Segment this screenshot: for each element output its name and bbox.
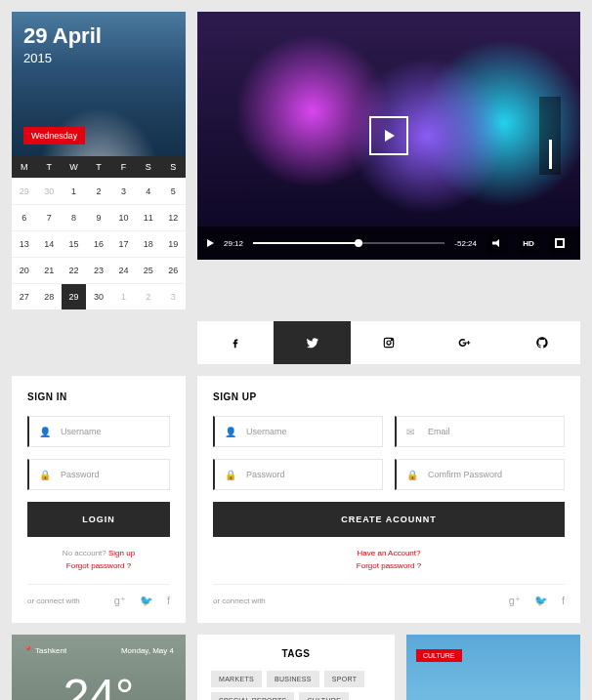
calendar-cell[interactable]: 12 xyxy=(161,204,186,230)
calendar-cell[interactable]: 8 xyxy=(62,204,86,230)
calendar-cell[interactable]: 1 xyxy=(111,283,136,309)
calendar-cell[interactable]: 28 xyxy=(36,283,61,309)
calendar-cell[interactable]: 26 xyxy=(161,257,186,283)
calendar-cell[interactable]: 19 xyxy=(161,230,186,257)
day-label: S xyxy=(161,156,186,178)
social-bar xyxy=(197,321,580,364)
email-field[interactable]: ✉Email xyxy=(395,416,565,447)
calendar-cell[interactable]: 22 xyxy=(62,257,86,283)
day-label: F xyxy=(111,156,136,178)
facebook-icon[interactable]: f xyxy=(167,595,170,607)
calendar-grid: 2930123456789101112131415161718192021222… xyxy=(12,178,186,309)
weather-widget: 📍 Tashkent Monday, May 4 24° xyxy=(12,635,186,700)
connect-label: or connect with xyxy=(213,597,266,605)
tag[interactable]: MARKETS xyxy=(211,671,262,687)
calendar-cell[interactable]: 4 xyxy=(136,178,160,204)
calendar-cell[interactable]: 27 xyxy=(12,283,36,309)
twitter-button[interactable] xyxy=(274,321,350,364)
day-label: W xyxy=(62,156,86,178)
calendar-cell[interactable]: 2 xyxy=(136,283,160,309)
calendar-cell[interactable]: 18 xyxy=(136,230,160,257)
calendar-cell[interactable]: 7 xyxy=(36,204,61,230)
calendar-cell[interactable]: 24 xyxy=(111,257,136,283)
facebook-icon[interactable]: f xyxy=(562,595,565,607)
username-field[interactable]: 👤Username xyxy=(27,416,170,447)
username-field[interactable]: 👤Username xyxy=(213,416,383,447)
calendar-cell[interactable]: 17 xyxy=(111,230,136,257)
twitter-icon[interactable]: 🐦 xyxy=(534,595,548,607)
tag[interactable]: SPORT xyxy=(324,671,365,687)
day-label: S xyxy=(136,156,160,178)
mute-button[interactable] xyxy=(486,232,508,254)
calendar-cell[interactable]: 3 xyxy=(111,178,136,204)
connect-label: or connect with xyxy=(27,597,80,605)
calendar-cell[interactable]: 30 xyxy=(36,178,61,204)
instagram-button[interactable] xyxy=(351,321,427,364)
tag[interactable]: CULTURE xyxy=(299,692,349,700)
login-button[interactable]: LOGIN xyxy=(27,502,170,537)
day-label: T xyxy=(36,156,61,178)
tags-list: MARKETSBUSINESSSPORTSPECIAL REPORTSCULTU… xyxy=(211,671,381,700)
googleplus-icon[interactable]: g⁺ xyxy=(509,595,521,607)
signup-card: SIGN UP 👤Username ✉Email 🔒Password 🔒Comf… xyxy=(197,376,580,623)
forgot-link[interactable]: Forgot password ? xyxy=(213,561,565,570)
calendar-cell[interactable]: 15 xyxy=(62,230,86,257)
confirm-password-field[interactable]: 🔒Comfirm Password xyxy=(395,459,565,490)
password-field[interactable]: 🔒Password xyxy=(27,459,170,490)
tag[interactable]: BUSINESS xyxy=(267,671,319,687)
calendar-cell[interactable]: 20 xyxy=(12,257,36,283)
calendar-cell[interactable]: 30 xyxy=(86,283,110,309)
calendar-date: 29 April xyxy=(23,23,174,49)
play-button[interactable] xyxy=(369,116,408,155)
calendar-cell[interactable]: 3 xyxy=(161,283,186,309)
calendar-day-labels: MTWTFSS xyxy=(12,156,186,178)
calendar-cell[interactable]: 21 xyxy=(36,257,61,283)
calendar-cell[interactable]: 1 xyxy=(62,178,86,204)
forgot-link[interactable]: Forgot password ? xyxy=(27,561,170,570)
calendar-cell[interactable]: 14 xyxy=(36,230,61,257)
calendar-cell[interactable]: 9 xyxy=(86,204,110,230)
calendar-cell[interactable]: 5 xyxy=(161,178,186,204)
calendar-cell[interactable]: 29 xyxy=(12,178,36,204)
googleplus-icon[interactable]: g⁺ xyxy=(114,595,126,607)
calendar-day-badge: Wednesday xyxy=(23,127,85,144)
have-account-link[interactable]: Have an Account? xyxy=(213,549,565,557)
mail-icon: ✉ xyxy=(406,427,414,437)
calendar-widget: 29 April 2015 Wednesday MTWTFSS 29301234… xyxy=(12,12,186,309)
tags-title: TAGS xyxy=(211,648,381,659)
play-icon[interactable] xyxy=(207,239,214,247)
weather-location: 📍 Tashkent xyxy=(23,646,66,655)
googleplus-button[interactable] xyxy=(427,321,503,364)
github-button[interactable] xyxy=(504,321,580,364)
calendar-cell[interactable]: 29 xyxy=(62,283,86,309)
calendar-cell[interactable]: 23 xyxy=(86,257,110,283)
calendar-cell[interactable]: 13 xyxy=(12,230,36,257)
user-icon: 👤 xyxy=(225,427,236,437)
calendar-cell[interactable]: 2 xyxy=(86,178,110,204)
time-remaining: -52:24 xyxy=(454,239,477,248)
password-field[interactable]: 🔒Password xyxy=(213,459,383,490)
video-player: 29:12 -52:24 HD xyxy=(197,12,580,260)
lock-icon: 🔒 xyxy=(406,470,418,480)
facebook-button[interactable] xyxy=(197,321,274,364)
hd-button[interactable]: HD xyxy=(518,232,539,254)
calendar-cell[interactable]: 10 xyxy=(111,204,136,230)
calendar-cell[interactable]: 11 xyxy=(136,204,160,230)
create-account-button[interactable]: CREATE ACOUNNT xyxy=(213,502,565,537)
svg-point-1 xyxy=(387,341,391,345)
tag[interactable]: SPECIAL REPORTS xyxy=(211,692,294,700)
signin-title: SIGN IN xyxy=(27,391,170,402)
fullscreen-button[interactable] xyxy=(549,232,571,254)
progress-bar[interactable] xyxy=(253,242,444,244)
day-label: M xyxy=(12,156,36,178)
day-label: T xyxy=(86,156,110,178)
time-elapsed: 29:12 xyxy=(224,239,243,248)
culture-card: CULTURE xyxy=(406,635,580,700)
twitter-icon[interactable]: 🐦 xyxy=(140,595,153,607)
lock-icon: 🔒 xyxy=(225,470,236,480)
calendar-cell[interactable]: 6 xyxy=(12,204,36,230)
calendar-cell[interactable]: 16 xyxy=(86,230,110,257)
calendar-cell[interactable]: 25 xyxy=(136,257,160,283)
signup-link[interactable]: No account? Sign up xyxy=(27,549,170,557)
volume-slider[interactable] xyxy=(539,97,561,175)
